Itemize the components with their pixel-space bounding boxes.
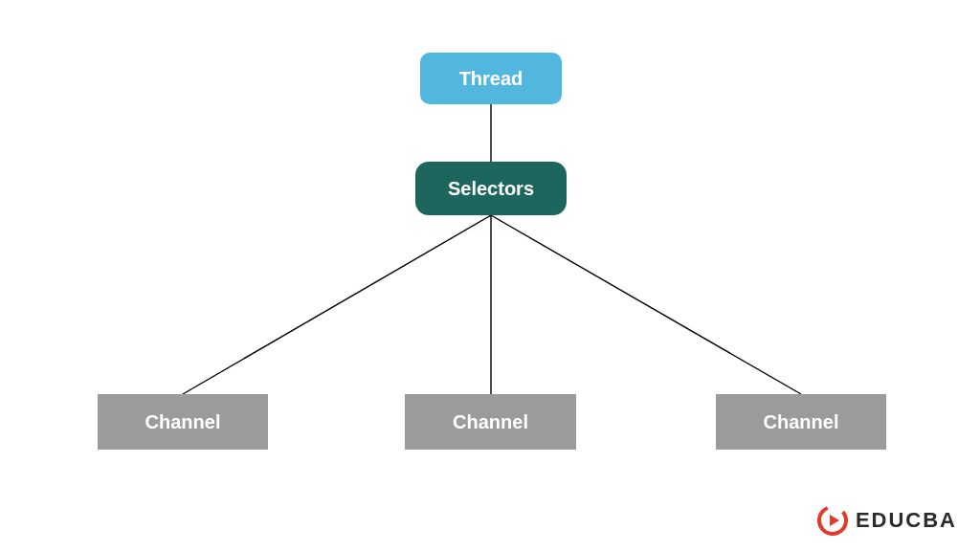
line-selectors-channel-right: [491, 215, 801, 394]
svg-marker-1: [830, 515, 839, 526]
channel-node-2: Channel: [405, 394, 576, 450]
channel-node-1: Channel: [98, 394, 268, 450]
brand-text: EDUCBA: [856, 508, 957, 533]
thread-label: Thread: [459, 68, 523, 90]
logo-icon: [817, 505, 848, 536]
channel-label-1: Channel: [145, 411, 221, 433]
thread-node: Thread: [420, 53, 562, 104]
diagram-stage: Thread Selectors Channel Channel Channel…: [0, 0, 980, 551]
channel-label-2: Channel: [453, 411, 528, 433]
channel-node-3: Channel: [716, 394, 886, 450]
selectors-node: Selectors: [415, 162, 567, 215]
brand-logo: EDUCBA: [817, 505, 957, 536]
selectors-label: Selectors: [448, 178, 534, 200]
line-selectors-channel-left: [183, 215, 491, 394]
channel-label-3: Channel: [764, 411, 839, 433]
